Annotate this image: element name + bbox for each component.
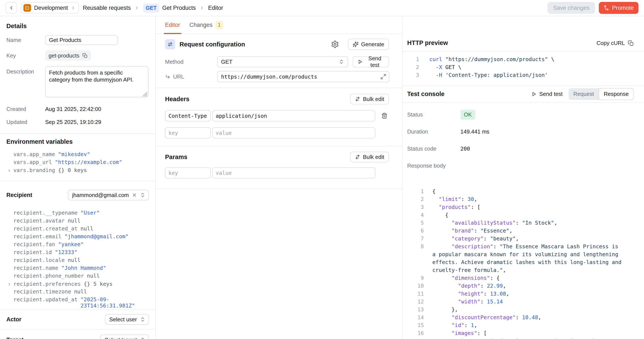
duration-value: 149.441 ms: [460, 128, 490, 135]
method-select[interactable]: GET: [217, 56, 348, 67]
code-line: 6 "brand": "Essence",: [407, 227, 634, 235]
variable-key: recipient.email: [14, 234, 62, 240]
headers-bulk-edit-button[interactable]: Bulk edit: [350, 94, 389, 104]
variable-row: vars.app_url"https://example.com": [6, 159, 149, 167]
code-line: 14 "discountPercentage": 10.48,: [407, 314, 634, 321]
tab-changes[interactable]: Changes 1: [190, 16, 223, 34]
target-select-placeholder: Select tenant: [104, 337, 137, 339]
created-value: Aug 31 2025, 22:42:00: [45, 106, 149, 112]
variable-value: null: [74, 288, 87, 295]
variable-value: "https://example.com": [55, 159, 122, 165]
code-line: cruelty-free formula.",: [407, 266, 634, 274]
copy-curl-button[interactable]: Copy cURL: [596, 40, 634, 46]
headers-title: Headers: [165, 96, 189, 103]
code-text: -X GET \: [429, 63, 462, 71]
actor-label: Actor: [6, 316, 22, 323]
copy-icon[interactable]: [82, 53, 88, 58]
description-textarea[interactable]: Fetch products from a specific category …: [45, 66, 148, 97]
code-line: 17 "https://cdn.dummyjson.com/product-im…: [407, 337, 634, 339]
code-text: -H 'Content-Type: application/json': [429, 71, 548, 79]
generate-button[interactable]: Generate: [348, 39, 389, 50]
line-number: 17: [407, 337, 424, 339]
variable-row: recipient.localenull: [6, 257, 149, 265]
variable-key: recipient.timezone: [14, 288, 71, 295]
clear-icon[interactable]: [132, 192, 137, 198]
resize-grip-icon[interactable]: [142, 92, 147, 96]
code-line: 3 -H 'Content-Type: application/json': [407, 71, 634, 79]
expand-chevron-icon[interactable]: ›: [8, 167, 14, 174]
line-number: [407, 250, 424, 258]
tab-editor[interactable]: Editor: [165, 16, 180, 34]
top-bar: Development Reusable requests GET Get Pr…: [0, 0, 644, 16]
header-key-input-empty[interactable]: [165, 127, 210, 138]
code-text: "discountPercentage": 10.48,: [432, 314, 541, 321]
params-section: Params Bulk edit: [156, 146, 402, 189]
toggle-response[interactable]: Response: [599, 88, 634, 100]
code-line: 2 -X GET \: [407, 63, 634, 71]
code-text: "limit": 30,: [432, 195, 477, 203]
bulk-edit-label: Bulk edit: [363, 96, 384, 102]
param-value-input-empty[interactable]: [212, 167, 375, 178]
code-text: "category": "beauty",: [432, 235, 519, 242]
variable-key: recipient.created_at: [14, 226, 78, 232]
details-sidebar: Details Name Key get-products Descriptio…: [0, 16, 156, 339]
url-input[interactable]: [217, 71, 389, 82]
name-input[interactable]: [45, 35, 118, 45]
gear-icon[interactable]: [331, 40, 339, 48]
expand-icon[interactable]: [380, 74, 386, 80]
updated-value: Sep 25 2025, 19:10:29: [45, 119, 149, 126]
variable-value: "jhammond@gmail.com": [64, 234, 129, 240]
bulk-edit-icon: [355, 96, 360, 102]
status-label: Status: [407, 111, 460, 118]
line-number: 10: [407, 282, 424, 290]
actor-select-placeholder: Select user: [109, 316, 137, 323]
params-bulk-edit-button[interactable]: Bulk edit: [350, 152, 389, 162]
actor-select[interactable]: Select user: [105, 314, 149, 325]
play-icon: [531, 91, 537, 97]
key-value: get-products: [48, 52, 80, 59]
preview-panel: HTTP preview Copy cURL 1curl "https://du…: [402, 16, 644, 339]
param-key-input-empty[interactable]: [165, 167, 210, 178]
bulk-edit-icon: [355, 154, 360, 160]
variable-value: "John Hammond": [61, 265, 106, 271]
code-line: 5 "availabilityStatus": "In Stock",: [407, 219, 634, 227]
code-text: "depth": 22.99,: [432, 282, 506, 290]
expand-chevron-icon[interactable]: ›: [8, 281, 14, 287]
variable-row: recipient.id"12333": [6, 249, 149, 257]
promote-button[interactable]: Promote: [599, 2, 638, 14]
code-line: effects. Achieve dramatic lashes with th…: [407, 258, 634, 266]
toggle-request[interactable]: Request: [568, 88, 599, 100]
created-label: Created: [6, 106, 45, 112]
line-number: 2: [407, 195, 424, 203]
line-number: 9: [407, 274, 424, 282]
variable-row: ›vars.branding{} 0 keys: [6, 167, 149, 175]
line-number: 1: [407, 55, 419, 63]
variable-value: null: [68, 218, 80, 224]
line-number: 15: [407, 321, 424, 329]
code-text: "brand": "Essence",: [432, 227, 512, 235]
back-button[interactable]: [6, 2, 17, 14]
header-key-input[interactable]: [165, 110, 210, 122]
breadcrumb-request-name[interactable]: Get Products: [162, 5, 196, 11]
delete-header-button[interactable]: [381, 113, 388, 119]
code-line: 8 "description": "The Essence Mascara La…: [407, 242, 634, 250]
code-text: "height": 13.08,: [432, 290, 509, 298]
send-test-button[interactable]: Send test: [353, 56, 389, 67]
header-value-input[interactable]: [212, 110, 375, 122]
code-line: 12 "width": 15.14: [407, 298, 634, 306]
variable-key: recipient.avatar: [14, 218, 65, 224]
save-changes-button[interactable]: Save changes: [548, 2, 595, 14]
header-value-input-empty[interactable]: [212, 127, 375, 138]
line-number: [407, 266, 424, 274]
recipient-select[interactable]: jhammond@gmail.com: [68, 190, 149, 200]
breadcrumb-reusable-requests[interactable]: Reusable requests: [83, 5, 131, 11]
console-send-test-button[interactable]: Send test: [531, 91, 563, 97]
editor-tabbar: Editor Changes 1: [156, 16, 402, 34]
target-select[interactable]: Select tenant: [100, 334, 149, 339]
code-text: "dimensions": {: [432, 274, 500, 282]
sparkles-icon: [353, 41, 359, 47]
line-number: 16: [407, 329, 424, 337]
project-switcher[interactable]: Development: [21, 2, 79, 14]
line-number: 8: [407, 242, 424, 250]
header-row: [165, 110, 389, 122]
